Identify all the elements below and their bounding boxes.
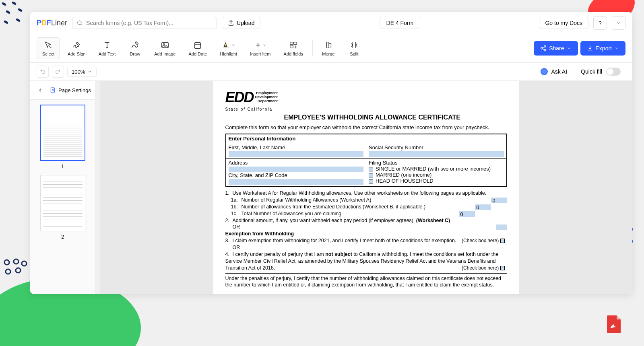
redo-icon: [55, 68, 61, 75]
zoom-select[interactable]: 100%: [67, 67, 97, 77]
exemption-4-checkbox[interactable]: [500, 266, 505, 270]
svg-point-3: [17, 8, 23, 12]
sign-label: Add Sign: [68, 51, 86, 56]
sign-icon: [72, 40, 81, 50]
fields-label: Add fields: [284, 51, 303, 56]
name-label: First, Middle, Last Name: [229, 144, 285, 150]
filing-married-checkbox[interactable]: [369, 173, 373, 177]
draw-label: Draw: [130, 51, 140, 56]
svg-point-8: [4, 260, 9, 265]
page-settings-label: Page Settings: [58, 87, 91, 93]
svg-point-13: [78, 21, 81, 25]
chevron-left-icon: [37, 87, 43, 93]
highlight-tool[interactable]: Highlight: [215, 37, 242, 59]
add-date-tool[interactable]: Add Date: [183, 37, 212, 59]
svg-point-2: [5, 10, 10, 14]
share-label: Share: [549, 45, 564, 51]
thumbnail-page-1[interactable]: [40, 105, 85, 161]
header-bar: PDFLiner Upload DE 4 Form Go to my Docs …: [30, 12, 632, 34]
highlight-label: Highlight: [220, 51, 237, 56]
quick-fill-wrap: Quick fill: [576, 65, 625, 78]
insert-item-tool[interactable]: Insert item: [245, 37, 276, 59]
pdf-file-icon: [604, 314, 624, 334]
svg-point-12: [22, 261, 27, 266]
svg-rect-17: [195, 43, 201, 49]
document-page-1: EDD EmploymentDevelopmentDepartment Stat…: [213, 81, 519, 294]
decorative-circles: [2, 257, 30, 282]
date-icon: [193, 40, 202, 50]
document-viewport[interactable]: EDD EmploymentDevelopmentDepartment Stat…: [100, 81, 632, 294]
form-name-box: DE 4 Form: [380, 17, 421, 29]
logo: PDFLiner: [37, 19, 67, 27]
allowances-1a-field[interactable]: 0: [491, 198, 507, 203]
merge-label: Merge: [322, 51, 334, 56]
upload-button[interactable]: Upload: [222, 17, 260, 29]
svg-point-23: [544, 49, 546, 51]
sub-toolbar: 100% Ask AI Quick fill: [30, 63, 632, 81]
add-sign-tool[interactable]: Add Sign: [62, 37, 91, 59]
exemption-3-checkbox[interactable]: [500, 239, 505, 243]
search-input[interactable]: [86, 20, 213, 26]
main-area: Page Settings 1 2 EDD EmploymentDevelopm…: [30, 81, 632, 294]
filing-hoh-checkbox[interactable]: [369, 179, 373, 183]
svg-rect-24: [51, 88, 54, 93]
quick-fill-toggle[interactable]: [606, 68, 621, 76]
share-button[interactable]: Share: [534, 41, 578, 56]
svg-point-22: [541, 47, 543, 49]
chevron-down-icon: [87, 69, 92, 74]
split-tool[interactable]: Split: [343, 37, 366, 59]
additional-amount-field[interactable]: [496, 224, 507, 230]
allowances-1b-field[interactable]: 0: [475, 204, 491, 210]
redo-button[interactable]: [52, 66, 64, 78]
thumbnail-page-2[interactable]: [40, 175, 85, 231]
date-label: Add Date: [188, 51, 207, 56]
address-field[interactable]: [229, 167, 364, 172]
name-field[interactable]: [229, 151, 364, 157]
page-settings-button[interactable]: Page Settings: [50, 87, 91, 93]
add-text-tool[interactable]: Add Text: [93, 37, 121, 59]
merge-tool[interactable]: Merge: [317, 37, 340, 59]
form-title: EMPLOYEE'S WITHHOLDING ALLOWANCE CERTIFI…: [284, 114, 507, 121]
personal-info-table: Enter Personal Information First, Middle…: [225, 134, 507, 187]
filing-single-checkbox[interactable]: [369, 167, 373, 171]
chevron-down-icon: [567, 46, 572, 51]
chevron-down-icon: [616, 21, 621, 25]
text-label: Add Text: [99, 51, 116, 56]
form-intro: Complete this form so that your employer…: [225, 124, 507, 130]
select-label: Select: [42, 51, 55, 56]
add-image-tool[interactable]: Add Image: [149, 37, 181, 59]
sidebar-scrollbar[interactable]: [95, 81, 100, 294]
filing-label: Filing Status: [369, 160, 398, 166]
undo-button[interactable]: [37, 66, 49, 78]
goto-docs-button[interactable]: Go to my Docs: [539, 17, 588, 29]
ask-ai-button[interactable]: Ask AI: [535, 66, 573, 78]
draw-tool[interactable]: Draw: [123, 37, 147, 59]
more-menu-button[interactable]: [612, 16, 625, 30]
chevron-down-icon: [614, 46, 619, 51]
draw-icon: [130, 40, 139, 50]
share-icon: [540, 45, 547, 51]
form-body: 1.Use Worksheet A for Regular Withholdin…: [225, 190, 507, 294]
select-tool[interactable]: Select: [37, 37, 60, 59]
search-icon: [76, 20, 83, 26]
svg-point-4: [3, 20, 8, 24]
add-fields-tool[interactable]: Add fields: [279, 37, 308, 59]
edd-logo: EDD EmploymentDevelopmentDepartment Stat…: [225, 89, 278, 111]
collapse-sidebar-button[interactable]: [34, 84, 46, 96]
svg-point-21: [544, 45, 546, 47]
search-box[interactable]: [72, 17, 217, 29]
fields-icon: [289, 40, 298, 50]
city-field[interactable]: [229, 179, 364, 185]
page-settings-icon: [50, 87, 56, 93]
export-button[interactable]: Export: [580, 41, 625, 56]
insert-icon: [254, 40, 266, 50]
ssn-field[interactable]: [369, 151, 504, 157]
split-label: Split: [350, 51, 358, 56]
merge-icon: [324, 40, 333, 50]
help-button[interactable]: ?: [593, 16, 607, 30]
allowances-1c-field[interactable]: 0: [459, 211, 475, 217]
download-icon: [587, 45, 593, 51]
svg-point-9: [14, 259, 19, 264]
city-label: City, State, and ZIP Code: [229, 172, 287, 178]
undo-icon: [39, 68, 46, 75]
